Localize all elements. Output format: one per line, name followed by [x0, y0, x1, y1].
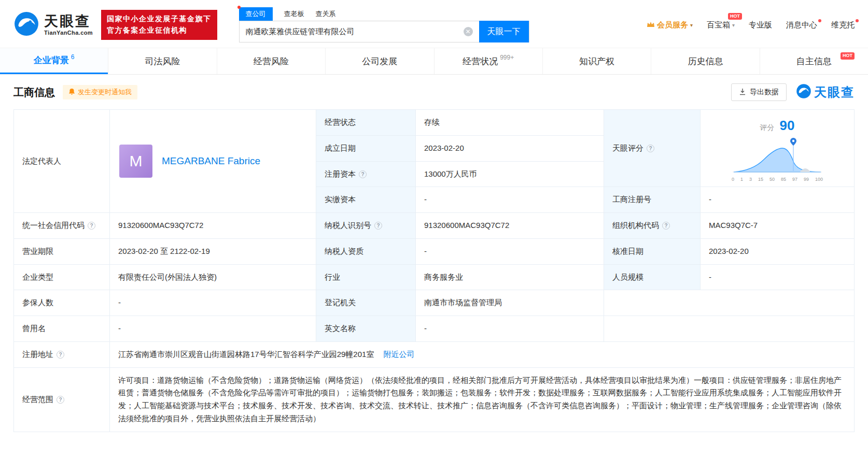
- top-nav: 会员服务 ▾ HOT 百宝箱 ▾ 专业版 消息中心 维克托: [647, 20, 855, 30]
- pro-version-link[interactable]: 专业版: [749, 20, 772, 30]
- former-name-label: 曾用名: [14, 316, 110, 342]
- toolbox-link[interactable]: HOT 百宝箱 ▾: [707, 20, 735, 30]
- registry-value: 南通市市场监督管理局: [416, 290, 604, 316]
- reg-capital-value: 13000万人民币: [416, 161, 604, 187]
- legal-rep-cell: M MEGARBANE Fabrice: [118, 145, 307, 178]
- staff-size-label: 人员规模: [604, 264, 701, 290]
- tab-company-development[interactable]: 公司发展: [325, 48, 433, 74]
- message-center-label: 消息中心: [786, 20, 817, 30]
- taxpayer-quality-label: 纳税人资质: [316, 238, 416, 264]
- score-value: 90: [780, 115, 795, 137]
- search-area: 查公司 查老板 查关系 ✕ 天眼一下: [239, 7, 529, 42]
- notification-dot: [818, 19, 821, 22]
- help-icon[interactable]: ?: [647, 145, 654, 152]
- avatar[interactable]: M: [119, 145, 152, 178]
- brand-domain: TianYanCha.com: [44, 30, 93, 36]
- notification-dot: [856, 19, 859, 22]
- address-value: 江苏省南通市崇川区观音山街道园林路17号华汇智谷科学产业园29幢201室: [118, 350, 374, 359]
- established-label: 成立日期: [316, 135, 416, 161]
- tab-judicial-risk[interactable]: 司法风险: [108, 48, 216, 74]
- table-row: 法定代表人 M MEGARBANE Fabrice 经营状态 存续 天眼评分? …: [14, 110, 855, 136]
- export-data-button[interactable]: 导出数据: [731, 83, 787, 101]
- company-tabs: 企业背景6 司法风险 经营风险 公司发展 经营状况999+ 知识产权 历史信息 …: [0, 48, 868, 75]
- company-type-label: 企业类型: [14, 264, 110, 290]
- taxpayer-id-label: 纳税人识别号: [325, 221, 371, 230]
- change-notify-label: 发生变更时通知我: [78, 88, 132, 97]
- score-label: 天眼评分: [612, 144, 643, 152]
- approval-date-label: 核准日期: [604, 238, 701, 264]
- notification-dot: [237, 6, 241, 9]
- clear-search-icon[interactable]: ✕: [464, 27, 473, 36]
- help-icon[interactable]: ?: [57, 351, 64, 359]
- message-center-link[interactable]: 消息中心: [786, 20, 817, 30]
- table-row: 营业期限 2023-02-20 至 2122-02-19 纳税人资质 - 核准日…: [14, 238, 855, 264]
- tab-count-badge: 6: [71, 53, 75, 61]
- insured-value: -: [110, 290, 316, 316]
- tab-enterprise-background[interactable]: 企业背景6: [0, 48, 108, 74]
- empty-cell: [604, 290, 855, 316]
- help-icon[interactable]: ?: [88, 222, 95, 230]
- business-scope-value: 许可项目：道路货物运输（不含危险货物）；道路货物运输（网络货运）（依法须经批准的…: [110, 367, 855, 432]
- industry-value: 商务服务业: [416, 264, 604, 290]
- tab-operation-status[interactable]: 经营状况999+: [434, 48, 542, 74]
- table-row: 参保人数 - 登记机关 南通市市场监督管理局: [14, 290, 855, 316]
- score-axis-labels: 0131550859799100: [732, 176, 823, 183]
- status-value: 存续: [416, 110, 604, 136]
- reg-number-label: 工商注册号: [604, 187, 701, 213]
- search-input[interactable]: [240, 21, 479, 42]
- section-title: 工商信息: [13, 85, 55, 99]
- chevron-down-icon: ▾: [690, 22, 693, 28]
- nearby-companies-link[interactable]: 附近公司: [384, 350, 415, 359]
- company-type-value: 有限责任公司(外国法人独资): [110, 264, 316, 290]
- download-icon: [739, 88, 746, 97]
- legal-rep-name-link[interactable]: MEGARBANE Fabrice: [162, 153, 260, 169]
- cert-badge: 国家中小企业发展子基金旗下 官方备案企业征信机构: [101, 10, 217, 39]
- org-code-label: 组织机构代码: [612, 221, 659, 230]
- chevron-down-icon: ▾: [732, 22, 735, 28]
- change-notify-button[interactable]: 发生变更时通知我: [63, 85, 137, 99]
- tab-self-published-info[interactable]: 自主信息 HOT: [760, 48, 868, 74]
- tab-history-info[interactable]: 历史信息: [651, 48, 759, 74]
- top-header: 天眼查 TianYanCha.com 国家中小企业发展子基金旗下 官方备案企业征…: [0, 0, 868, 48]
- tab-count-badge: 999+: [500, 54, 514, 61]
- help-icon[interactable]: ?: [662, 222, 670, 230]
- taxpayer-id-value: 91320600MAC93Q7C72: [416, 213, 604, 239]
- section-header: 工商信息 发生变更时通知我 导出数据 天眼查: [0, 75, 868, 107]
- business-info-table: 法定代表人 M MEGARBANE Fabrice 经营状态 存续 天眼评分? …: [13, 109, 855, 432]
- vip-label: 会员服务: [657, 20, 688, 30]
- insured-label: 参保人数: [14, 290, 110, 316]
- credit-code-label: 统一社会信用代码: [22, 221, 85, 230]
- term-value: 2023-02-20 至 2122-02-19: [110, 238, 316, 264]
- brand-name: 天眼查: [44, 14, 93, 30]
- english-name-value: -: [416, 316, 604, 342]
- legal-rep-label: 法定代表人: [14, 110, 110, 213]
- industry-label: 行业: [316, 264, 416, 290]
- search-tab-company[interactable]: 查公司: [239, 7, 273, 21]
- help-icon[interactable]: ?: [359, 170, 367, 178]
- paid-capital-value: -: [416, 187, 604, 213]
- status-label: 经营状态: [316, 110, 416, 136]
- tianyancha-logo[interactable]: 天眼查 TianYanCha.com: [13, 11, 93, 39]
- help-icon[interactable]: ?: [374, 222, 382, 230]
- search-tab-boss[interactable]: 查老板: [284, 7, 304, 21]
- table-row: 统一社会信用代码? 91320600MAC93Q7C72 纳税人识别号? 913…: [14, 213, 855, 239]
- hot-badge: HOT: [728, 13, 742, 20]
- search-tab-company-label: 查公司: [246, 10, 266, 18]
- english-name-label: 英文名称: [316, 316, 416, 342]
- empty-cell: [604, 316, 855, 342]
- credit-code-value: 91320600MAC93Q7C72: [110, 213, 316, 239]
- former-name-value: -: [110, 316, 316, 342]
- address-label: 注册地址: [22, 350, 53, 359]
- search-box: ✕ 天眼一下: [239, 21, 529, 42]
- score-distribution-curve: [732, 137, 823, 175]
- search-tab-relation[interactable]: 查关系: [316, 7, 336, 21]
- org-code-value: MAC93Q7C-7: [701, 213, 855, 239]
- tab-operation-risk[interactable]: 经营风险: [217, 48, 325, 74]
- bell-icon: [68, 88, 75, 97]
- tab-intellectual-property[interactable]: 知识产权: [542, 48, 651, 74]
- help-icon[interactable]: ?: [57, 396, 64, 404]
- search-button[interactable]: 天眼一下: [479, 21, 529, 42]
- user-account-link[interactable]: 维克托: [831, 20, 855, 30]
- table-row: 曾用名 - 英文名称 -: [14, 316, 855, 342]
- vip-services-link[interactable]: 会员服务 ▾: [647, 20, 693, 30]
